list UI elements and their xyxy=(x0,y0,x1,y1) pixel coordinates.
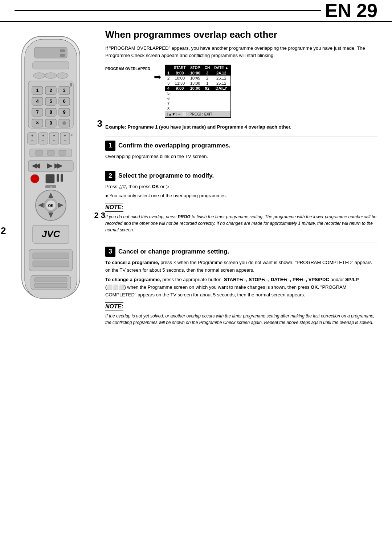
remote-section: 3 2 3 2 xyxy=(7,29,94,335)
table-row: 5 xyxy=(165,91,230,96)
svg-point-35 xyxy=(62,121,66,125)
note-2-body: If you do not mind this overlap, press P… xyxy=(105,214,377,233)
table-cell-date: 25.12 xyxy=(212,76,230,81)
table-cell-ch xyxy=(203,101,212,106)
table-cell-stop: 10:00 xyxy=(188,70,203,76)
table-cell-stop xyxy=(188,96,203,101)
step-3-number: 3 xyxy=(105,247,115,257)
svg-point-8 xyxy=(57,73,68,78)
header-line xyxy=(15,10,321,11)
table-cell-ch xyxy=(203,96,212,101)
svg-text:③: ③ xyxy=(50,186,52,188)
svg-text:0: 0 xyxy=(49,120,52,126)
step-2: 2 Select the programme to modify. Press … xyxy=(105,167,377,241)
svg-rect-75 xyxy=(29,249,73,271)
svg-rect-79 xyxy=(34,278,67,282)
svg-rect-52 xyxy=(59,150,66,155)
step-1-number: 1 xyxy=(105,141,115,151)
svg-text:–: – xyxy=(64,138,66,142)
table-row: 18:0010:00324.12 xyxy=(165,70,230,76)
svg-rect-10 xyxy=(70,83,72,86)
svg-rect-76 xyxy=(33,253,69,259)
label-23-right: 2 3 xyxy=(94,211,105,220)
svg-text:+: + xyxy=(64,134,66,138)
svg-rect-4 xyxy=(60,54,65,57)
page-number: EN 29 xyxy=(325,1,377,20)
col-ch: CH xyxy=(203,65,212,70)
svg-rect-60 xyxy=(46,174,54,183)
note-3-title: NOTE: xyxy=(105,302,123,311)
table-cell-ch xyxy=(203,106,212,111)
table-row: 311:3013:00125.12 xyxy=(165,81,230,86)
step-3-body: To cancel a programme, press × when the … xyxy=(105,259,377,299)
col-start: START xyxy=(172,65,188,70)
svg-rect-77 xyxy=(33,261,69,267)
table-row: 8 xyxy=(165,106,230,111)
table-cell-ch: 92 xyxy=(203,86,212,91)
table-cell-date: DAILY xyxy=(212,86,230,91)
step-3-header: 3 Cancel or change programme setting. xyxy=(105,247,377,257)
svg-text:4: 4 xyxy=(36,98,39,104)
step-1-body: Overlapping programmes blink on the TV s… xyxy=(105,153,377,161)
example-text: Example: Programme 1 (you have just made… xyxy=(105,123,377,131)
table-cell-stop: 10:45 xyxy=(188,76,203,81)
svg-point-59 xyxy=(30,174,39,183)
svg-text:7: 7 xyxy=(36,109,38,115)
program-table-container: START STOP CH DATE ▲ 18:0010:00324.12210… xyxy=(165,65,231,118)
svg-rect-80 xyxy=(34,283,67,288)
svg-text:6: 6 xyxy=(63,98,65,104)
table-cell-date xyxy=(212,91,230,96)
svg-text:+: + xyxy=(42,134,44,138)
svg-rect-61 xyxy=(57,174,59,182)
step-3: 3 Cancel or change programme setting. To… xyxy=(105,243,377,334)
svg-text:2: 2 xyxy=(49,88,52,93)
svg-rect-5 xyxy=(33,62,69,69)
svg-text:9: 9 xyxy=(63,109,65,115)
svg-text:5: 5 xyxy=(49,98,52,104)
table-cell-ch: 1 xyxy=(203,81,212,86)
table-cell-date xyxy=(212,96,230,101)
svg-text:8: 8 xyxy=(49,109,52,115)
arrow-right-icon: ➡ xyxy=(154,65,161,82)
svg-text:+: + xyxy=(31,134,33,138)
table-cell-num: 4 xyxy=(165,86,172,91)
svg-rect-62 xyxy=(61,174,63,182)
step-2-title: Select the programme to modify. xyxy=(118,172,214,179)
remote-svg: 1 2 3 4 5 6 7 8 9 xyxy=(11,33,91,305)
label-3: 3 xyxy=(97,118,102,129)
step-2-body: Press △▽, then press OK or ▷. You can on… xyxy=(105,183,377,200)
table-cell-num: 2 xyxy=(165,76,172,81)
table-cell-start xyxy=(172,101,188,106)
remote-control: 3 2 3 2 xyxy=(11,33,91,306)
table-row: 210:0010:45225.12 xyxy=(165,76,230,81)
table-cell-num: 3 xyxy=(165,81,172,86)
content-section: When programmes overlap each other If "P… xyxy=(105,29,377,335)
table-cell-date xyxy=(212,106,230,111)
svg-point-7 xyxy=(45,73,57,78)
svg-text:②: ② xyxy=(70,134,73,137)
program-overlap-area: PROGRAM OVERLAPPED ➡ START STOP CH DATE … xyxy=(105,65,377,118)
page-header: EN 29 xyxy=(0,0,392,22)
table-cell-num: 6 xyxy=(165,96,172,101)
table-cell-num: 5 xyxy=(165,91,172,96)
svg-text:OK: OK xyxy=(48,204,54,208)
program-overlapped-label: PROGRAM OVERLAPPED xyxy=(105,65,150,71)
step-1: 1 Confirm the overlapping programmes. Ov… xyxy=(105,137,377,166)
table-cell-num: 1 xyxy=(165,70,172,76)
table-cell-start: 10:00 xyxy=(172,76,188,81)
table-cell-date: 24.12 xyxy=(212,70,230,76)
step-1-header: 1 Confirm the overlapping programmes. xyxy=(105,141,377,151)
intro-text: If "PROGRAM OVERLAPPED" appears, you hav… xyxy=(105,45,377,59)
table-cell-num: 8 xyxy=(165,106,172,111)
page-title: When programmes overlap each other xyxy=(105,29,377,40)
table-cell-stop xyxy=(188,91,203,96)
svg-text:1: 1 xyxy=(36,88,38,93)
col-num xyxy=(165,65,172,70)
col-date: DATE ▲ xyxy=(212,65,230,70)
step-3-title: Cancel or change programme setting. xyxy=(118,248,229,255)
label-2-left: 2 xyxy=(1,225,6,236)
table-cell-stop: 10:00 xyxy=(188,86,203,91)
svg-rect-3 xyxy=(60,49,65,52)
note-3-body: If the overlap is not yet solved, or ano… xyxy=(105,313,377,326)
table-cell-stop xyxy=(188,106,203,111)
